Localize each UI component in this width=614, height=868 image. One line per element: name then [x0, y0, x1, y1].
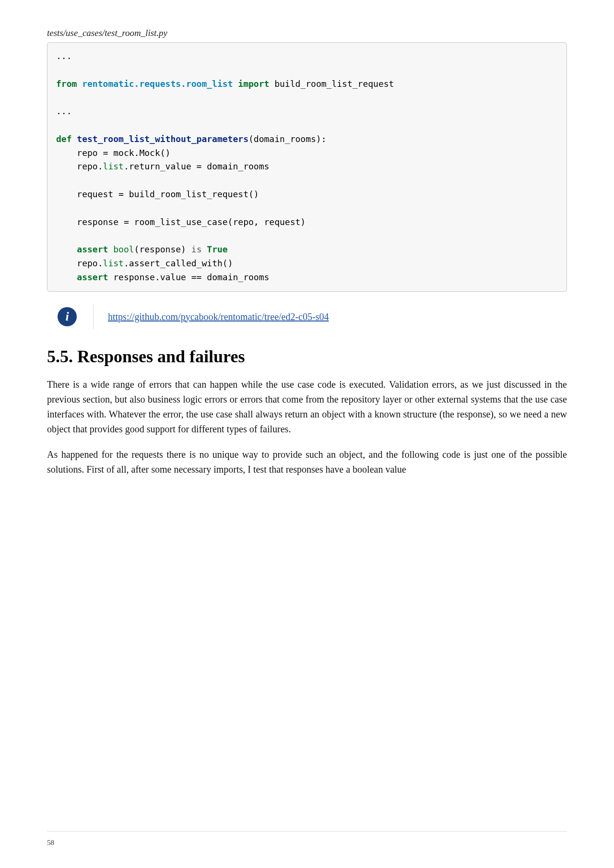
code-line: response = room_list_use_case(repo, requ…: [56, 217, 306, 227]
info-admonition: i https://github.com/pycabook/rentomatic…: [58, 304, 556, 329]
info-icon: i: [58, 307, 77, 326]
page-footer: 58: [47, 831, 567, 847]
code-text: response.value == domain_rooms: [108, 272, 269, 282]
github-link[interactable]: https://github.com/pycabook/rentomatic/t…: [108, 311, 329, 322]
page-number: 58: [47, 839, 54, 846]
code-text: [56, 272, 77, 282]
code-line: ...: [56, 106, 72, 116]
code-text: .return_value = domain_rooms: [124, 161, 269, 171]
keyword-true: True: [201, 244, 227, 254]
code-text: .assert_called_with(): [124, 258, 233, 268]
module-name: rentomatic.requests.room_list: [77, 79, 238, 89]
code-line: request = build_room_list_request(): [56, 189, 259, 199]
admonition-content: https://github.com/pycabook/rentomatic/t…: [93, 304, 329, 329]
keyword-def: def: [56, 134, 72, 144]
function-name: test_room_list_without_parameters: [72, 134, 248, 144]
code-line: ...: [56, 51, 72, 61]
keyword-assert: assert: [77, 272, 108, 282]
builtin-bool: bool: [108, 244, 134, 254]
code-block: ... from rentomatic.requests.room_list i…: [47, 42, 567, 292]
code-text: [56, 244, 77, 254]
section-heading: 5.5. Responses and failures: [47, 346, 567, 367]
paragraph: As happened for the requests there is no…: [47, 447, 567, 477]
code-text: repo.: [56, 161, 103, 171]
builtin: list: [103, 258, 124, 268]
code-line: repo = mock.Mock(): [56, 148, 170, 158]
paragraph: There is a wide range of errors that can…: [47, 377, 567, 437]
keyword-assert: assert: [77, 244, 108, 254]
code-text: (response): [134, 244, 191, 254]
keyword-from: from: [56, 79, 77, 89]
operator-is: is: [191, 244, 202, 254]
code-text: repo.: [56, 258, 103, 268]
code-text: (domain_rooms):: [248, 134, 327, 144]
builtin: list: [103, 161, 124, 171]
import-name: build_room_list_request: [269, 79, 394, 89]
file-path-caption: tests/use_cases/test_room_list.py: [47, 28, 567, 38]
keyword-import: import: [238, 79, 269, 89]
